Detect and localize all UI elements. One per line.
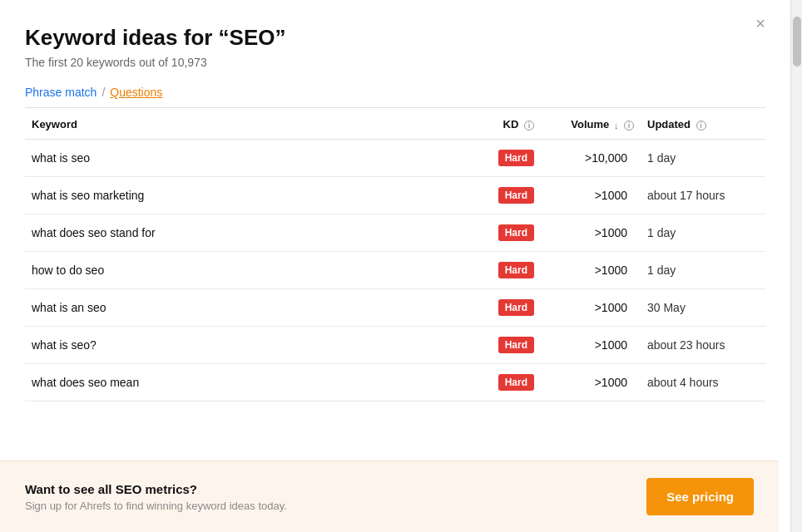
cell-volume: >1000	[541, 364, 641, 401]
cell-kd: Hard	[458, 140, 541, 177]
cell-kd: Hard	[458, 289, 541, 327]
table-row: what is seo marketingHard>1000about 17 h…	[25, 177, 765, 214]
tab-questions[interactable]: Questions	[110, 86, 162, 99]
cell-keyword: how to do seo	[25, 252, 458, 289]
see-pricing-button[interactable]: See pricing	[646, 478, 754, 515]
kd-badge: Hard	[498, 262, 534, 278]
cell-kd: Hard	[458, 327, 541, 364]
tab-separator: /	[101, 86, 105, 99]
cell-kd: Hard	[458, 214, 541, 252]
table-row: how to do seoHard>10001 day	[25, 252, 765, 289]
cell-updated: 30 May	[641, 289, 765, 327]
cell-volume: >10,000	[541, 140, 641, 177]
table-row: what is seo?Hard>1000about 23 hours	[25, 327, 765, 364]
cell-volume: >1000	[541, 252, 641, 289]
table-container: Keyword KD i Volume ↓ i Updated i	[25, 108, 765, 401]
banner-subtext: Sign up for Ahrefs to find winning keywo…	[25, 500, 287, 512]
col-header-volume[interactable]: Volume ↓ i	[541, 108, 641, 140]
volume-sort-icon: ↓	[614, 121, 619, 131]
kd-badge: Hard	[498, 150, 534, 166]
updated-info-icon[interactable]: i	[696, 121, 706, 131]
table-row: what is seoHard>10,0001 day	[25, 140, 765, 177]
cell-volume: >1000	[541, 214, 641, 252]
cell-updated: 1 day	[641, 252, 765, 289]
col-header-updated: Updated i	[641, 108, 765, 140]
keywords-table: Keyword KD i Volume ↓ i Updated i	[25, 108, 765, 401]
cell-volume: >1000	[541, 289, 641, 327]
cell-updated: 1 day	[641, 214, 765, 252]
kd-badge: Hard	[498, 299, 534, 316]
cell-updated: 1 day	[641, 140, 765, 177]
col-header-kd: KD i	[458, 108, 541, 140]
cell-volume: >1000	[541, 177, 641, 214]
volume-info-icon[interactable]: i	[624, 121, 634, 131]
banner-heading: Want to see all SEO metrics?	[25, 482, 287, 496]
kd-info-icon[interactable]: i	[524, 121, 534, 131]
cell-kd: Hard	[458, 364, 541, 401]
cell-updated: about 23 hours	[641, 327, 765, 364]
kd-badge: Hard	[498, 224, 534, 241]
kd-badge: Hard	[498, 187, 534, 204]
cell-keyword: what is seo marketing	[25, 177, 458, 214]
cell-keyword: what does seo stand for	[25, 214, 458, 252]
table-row: what is an seoHard>100030 May	[25, 289, 765, 327]
table-row: what does seo meanHard>1000about 4 hours	[25, 364, 765, 401]
scrollbar[interactable]	[790, 0, 802, 532]
kd-badge: Hard	[498, 374, 534, 391]
tab-phrase-match[interactable]: Phrase match	[25, 86, 97, 99]
cell-volume: >1000	[541, 327, 641, 364]
cell-kd: Hard	[458, 252, 541, 289]
banner-text: Want to see all SEO metrics? Sign up for…	[25, 482, 287, 512]
page-container: × Keyword ideas for “SEO” The first 20 k…	[0, 0, 802, 532]
cell-updated: about 17 hours	[641, 177, 765, 214]
col-header-keyword: Keyword	[25, 108, 458, 140]
subtitle: The first 20 keywords out of 10,973	[25, 56, 765, 69]
bottom-banner: Want to see all SEO metrics? Sign up for…	[0, 461, 779, 532]
page-title: Keyword ideas for “SEO”	[25, 25, 765, 51]
main-content: × Keyword ideas for “SEO” The first 20 k…	[0, 0, 790, 532]
cell-updated: about 4 hours	[641, 364, 765, 401]
cell-keyword: what is seo	[25, 140, 458, 177]
close-button[interactable]: ×	[755, 15, 765, 32]
cell-keyword: what is seo?	[25, 327, 458, 364]
cell-kd: Hard	[458, 177, 541, 214]
table-row: what does seo stand forHard>10001 day	[25, 214, 765, 252]
cell-keyword: what does seo mean	[25, 364, 458, 401]
tabs: Phrase match / Questions	[25, 86, 765, 108]
scrollbar-thumb[interactable]	[793, 17, 801, 66]
kd-badge: Hard	[498, 337, 534, 353]
cell-keyword: what is an seo	[25, 289, 458, 327]
